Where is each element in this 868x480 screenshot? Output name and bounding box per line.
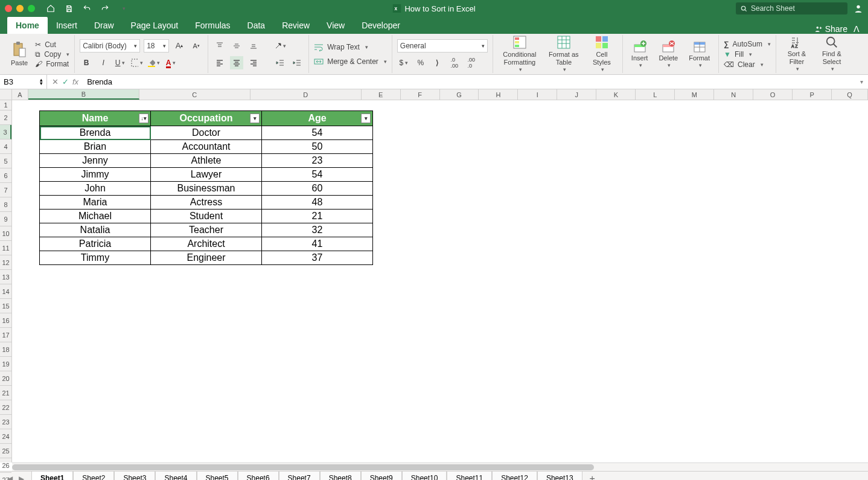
sort-filter-button[interactable]: A ZSort & Filter <box>781 34 812 73</box>
row-header-15[interactable]: 15 <box>0 299 11 313</box>
cell[interactable]: Brenda <box>40 126 151 140</box>
cell[interactable]: Teacher <box>151 223 262 237</box>
row-header-26[interactable]: 26 <box>0 458 11 473</box>
sheet-tab-sheet8[interactable]: Sheet8 <box>320 472 361 480</box>
row-header-5[interactable]: 5 <box>0 154 11 168</box>
column-header-P[interactable]: P <box>793 89 832 100</box>
cell[interactable]: Jimmy <box>40 168 151 182</box>
maximize-window-button[interactable] <box>28 5 35 12</box>
align-top-button[interactable] <box>213 39 226 53</box>
cell[interactable]: Michael <box>40 210 151 223</box>
row-header-16[interactable]: 16 <box>0 313 11 328</box>
find-select-button[interactable]: Find & Select <box>816 34 847 73</box>
save-icon[interactable] <box>64 4 74 13</box>
row-header-2[interactable]: 2 <box>0 110 11 125</box>
close-window-button[interactable] <box>5 5 12 12</box>
align-center-button[interactable] <box>230 56 243 69</box>
row-header-22[interactable]: 22 <box>0 400 11 415</box>
row-header-6[interactable]: 6 <box>0 168 11 183</box>
filter-button-occupation[interactable]: ▾ <box>250 114 260 123</box>
sheet-tab-sheet3[interactable]: Sheet3 <box>114 472 155 480</box>
spreadsheet-grid[interactable]: 1234567891011121314151617181920212223242… <box>0 100 868 462</box>
cell[interactable]: Student <box>151 210 262 223</box>
tab-page-layout[interactable]: Page Layout <box>123 17 187 34</box>
currency-button[interactable]: $ <box>397 56 410 69</box>
tab-developer[interactable]: Developer <box>353 17 409 34</box>
format-cells-button[interactable]: Format <box>685 39 713 70</box>
column-header-J[interactable]: J <box>557 89 596 100</box>
redo-icon[interactable] <box>100 4 110 13</box>
sheet-tab-sheet1[interactable]: Sheet1 <box>31 472 73 480</box>
row-header-21[interactable]: 21 <box>0 386 11 400</box>
cell[interactable]: 41 <box>262 237 373 251</box>
comma-button[interactable]: ⟩ <box>431 56 444 69</box>
tab-insert[interactable]: Insert <box>48 17 86 34</box>
column-header-G[interactable]: G <box>440 89 479 100</box>
fx-icon[interactable]: fx <box>72 77 78 86</box>
row-header-10[interactable]: 10 <box>0 226 11 241</box>
next-sheet-button[interactable]: ▶ <box>16 475 27 480</box>
row-header-13[interactable]: 13 <box>0 270 11 284</box>
increase-font-button[interactable]: A▴ <box>173 39 186 53</box>
home-icon[interactable] <box>46 4 56 13</box>
row-header-14[interactable]: 14 <box>0 284 11 299</box>
column-header-B[interactable]: B <box>28 89 139 100</box>
select-all-corner[interactable] <box>0 89 12 100</box>
cell[interactable]: 48 <box>262 196 373 210</box>
column-header-A[interactable]: A <box>12 89 28 100</box>
scrollbar-thumb[interactable] <box>12 464 594 470</box>
name-box[interactable]: B3 ▴▾ <box>0 75 47 89</box>
tab-data[interactable]: Data <box>239 17 274 34</box>
cell-styles-button[interactable]: Cell Styles <box>586 34 617 74</box>
cell[interactable]: Businessman <box>151 182 262 196</box>
sheet-tab-sheet6[interactable]: Sheet6 <box>238 472 279 480</box>
cell[interactable]: Natalia <box>40 223 151 237</box>
sheet-tab-sheet4[interactable]: Sheet4 <box>155 472 196 480</box>
format-painter-button[interactable]: 🖌Format <box>35 60 69 68</box>
underline-button[interactable]: U <box>113 56 127 69</box>
align-right-button[interactable] <box>247 56 260 69</box>
minimize-window-button[interactable] <box>16 5 24 12</box>
align-bottom-button[interactable] <box>247 39 260 53</box>
fill-color-button[interactable] <box>147 56 161 69</box>
merge-center-button[interactable]: Merge & Center <box>314 57 387 66</box>
cell[interactable]: 50 <box>262 140 373 154</box>
insert-cells-button[interactable]: Insert <box>628 39 652 70</box>
row-header-20[interactable]: 20 <box>0 371 11 386</box>
cell[interactable]: 54 <box>262 126 373 140</box>
share-button[interactable]: Share <box>814 24 847 34</box>
row-header-4[interactable]: 4 <box>0 139 11 154</box>
cell[interactable]: Timmy <box>40 251 151 265</box>
cell[interactable]: Engineer <box>151 251 262 265</box>
delete-cells-button[interactable]: Delete <box>655 39 681 70</box>
cell[interactable]: Accountant <box>151 140 262 154</box>
column-header-E[interactable]: E <box>362 89 401 100</box>
tab-draw[interactable]: Draw <box>86 17 123 34</box>
orientation-button[interactable] <box>273 39 287 53</box>
wrap-text-button[interactable]: Wrap Text <box>314 43 387 51</box>
row-header-9[interactable]: 9 <box>0 212 11 226</box>
accept-formula-icon[interactable]: ✓ <box>62 77 69 86</box>
font-color-button[interactable]: A <box>164 56 177 69</box>
cell[interactable]: Lawyer <box>151 168 262 182</box>
row-header-7[interactable]: 7 <box>0 183 11 197</box>
horizontal-scrollbar[interactable] <box>12 462 868 471</box>
sheet-tab-sheet12[interactable]: Sheet12 <box>492 472 537 480</box>
copy-button[interactable]: ⧉Copy <box>35 50 69 59</box>
increase-decimal-button[interactable]: .0.00 <box>448 56 461 69</box>
row-header-11[interactable]: 11 <box>0 241 11 255</box>
user-icon[interactable] <box>854 4 863 13</box>
align-left-button[interactable] <box>213 56 226 69</box>
column-header-I[interactable]: I <box>518 89 557 100</box>
collapse-ribbon-icon[interactable]: ᐱ <box>854 24 860 34</box>
clear-button[interactable]: ⌫Clear <box>724 60 771 69</box>
cell[interactable]: Doctor <box>151 126 262 140</box>
cell[interactable]: John <box>40 182 151 196</box>
align-middle-button[interactable] <box>230 39 243 53</box>
sheet-tab-sheet9[interactable]: Sheet9 <box>361 472 402 480</box>
cell[interactable]: Brian <box>40 140 151 154</box>
formula-input[interactable]: Brenda <box>83 77 855 86</box>
cut-button[interactable]: ✂Cut <box>35 40 69 49</box>
row-header-19[interactable]: 19 <box>0 357 11 371</box>
row-header-1[interactable]: 1 <box>0 100 11 110</box>
